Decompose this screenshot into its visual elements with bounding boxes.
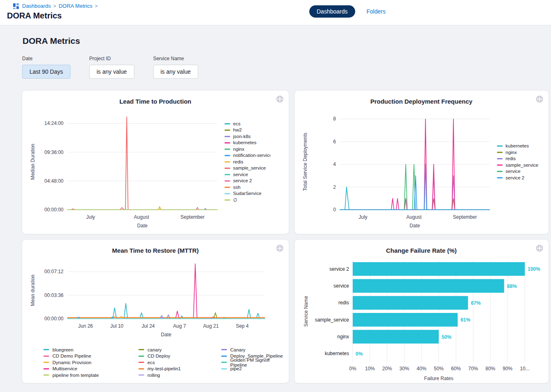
bar-redis[interactable] [353,296,468,310]
bar-category-label: sample_service [315,317,349,323]
line-chart-svg: 00:00:0000:03:3600:07:12Jun 26Jul 10Jul … [28,256,270,342]
legend-label: Multiservice [52,366,77,371]
legend-item[interactable]: ssh [224,185,240,190]
panel-grid: Lead Time to Production 00:00:0004:48:00… [22,90,538,383]
legend-item[interactable]: Golden PM Signoff Pipeline [221,359,283,366]
legend-item[interactable]: ecs [138,359,221,366]
bar-service 2[interactable] [353,262,525,276]
legend-item[interactable]: CD Demo Pipeline [43,353,138,360]
x-tick-label: Sep 4 [236,323,249,329]
series-line-hw2 [68,207,217,210]
legend-item[interactable]: kubernetes [497,143,529,148]
legend-item[interactable]: nginx [497,150,517,155]
deployment-frequency-chart: 02468JulyAugustSeptemberDateTotal Servic… [300,107,543,231]
x-tick-label: September [180,214,204,220]
legend-swatch [224,149,230,150]
line-chart-svg: 00:00:0004:48:0009:36:0014:24:00JulyAugu… [28,107,270,229]
legend-item[interactable]: hw2 [224,127,242,132]
breadcrumb: Dashboards > DORA Metrics > [13,3,551,9]
legend-item[interactable]: service 2 [224,178,252,183]
mttr-legend: bluegreenCD Demo PipelineDynamic Provisi… [28,347,283,378]
filter-date-label: Date [22,56,70,61]
tab-dashboards[interactable]: Dashboards [309,5,355,18]
legend-label: service 2 [233,178,252,183]
legend-label: bluegreen [52,347,73,352]
globe-icon-circle [536,96,542,102]
legend-label: ecs [233,121,240,126]
legend-swatch [224,161,230,163]
bar-category-label: service 2 [329,266,349,272]
legend-item[interactable]: notification-service [224,153,270,158]
lead-time-chart: 00:00:0004:48:0009:36:0014:24:00JulyAugu… [28,107,283,231]
breadcrumb-dashboards-link[interactable]: Dashboards [22,3,51,9]
filter-service-name-label: Service Name [153,56,198,61]
globe-icon[interactable] [535,244,544,252]
legend-item[interactable]: service [224,172,248,177]
y-tick-label: 04:48:00 [44,178,63,184]
bar-chart-svg: 0%10%20%30%40%50%60%70%80%90%10...servic… [300,256,543,383]
header-tabs: Dashboards Folders [309,5,385,18]
legend-item[interactable]: bluegreen [43,347,138,353]
legend-item[interactable]: pipeline from template [43,372,138,378]
legend-item[interactable]: Dynamic Provision [43,359,138,366]
legend-label: notification-service [233,153,270,158]
legend-swatch [43,356,49,357]
legend-item[interactable]: service [497,169,520,174]
legend-item[interactable]: json-k8s [224,134,251,139]
legend-item[interactable]: ∅ [224,197,237,202]
y-tick-label: 00:00:00 [44,316,63,322]
series-line-bluegreen [68,304,265,319]
legend-item[interactable]: Multiservice [43,366,138,372]
legend-swatch [221,349,227,350]
legend-swatch [497,145,503,147]
bar-value-label: 61% [460,317,470,323]
legend-label: Canary [230,347,245,352]
globe-icon[interactable] [276,95,284,103]
legend-item[interactable]: redis [224,159,243,164]
filter-project-id-value-button[interactable]: is any value [89,65,134,79]
chart-title: Production Deployment Frequency [300,95,543,105]
globe-icon-circle [277,245,283,252]
tab-folders[interactable]: Folders [367,8,386,15]
legend-item[interactable]: service 2 [497,175,524,180]
legend-label: sample_service [233,165,266,170]
legend-label: SudarService [233,191,261,196]
legend-item[interactable]: canary [138,347,221,353]
x-tick-label: August [406,214,422,220]
legend-label: canary [147,347,162,352]
legend-swatch [497,171,503,172]
legend-swatch [138,368,144,369]
legend-label: kubernetes [506,143,529,148]
x-tick-label: Jul 24 [142,323,155,329]
bar-nginx[interactable] [353,330,439,343]
x-tick-label: Aug 7 [173,323,186,329]
filter-date-value-button[interactable]: Last 90 Days [22,65,70,79]
bar-sample_service[interactable] [353,313,458,326]
filter-service-name-value-button[interactable]: is any value [153,65,198,79]
legend-item[interactable]: sample_service [497,163,538,168]
legend-swatch [224,168,230,169]
legend-item[interactable]: CD Deploy [138,353,221,360]
bar-service[interactable] [353,279,504,292]
legend-item[interactable]: ecs [224,121,240,126]
legend-item[interactable]: sample_service [224,165,266,170]
globe-icon[interactable] [276,244,284,252]
legend-item[interactable]: my-test-pipelin1 [138,366,221,372]
globe-icon[interactable] [535,95,544,103]
legend-label: ecs [147,360,155,365]
legend-swatch [224,180,230,181]
breadcrumb-dora-metrics-link[interactable]: DORA Metrics [59,3,92,9]
bar-category-label: kubernetes [324,351,349,356]
legend-item[interactable]: rolling [138,372,221,378]
legend-item[interactable]: SudarService [224,191,261,196]
legend-item[interactable]: Canary [221,347,283,353]
series-line-service 2 [68,207,217,210]
legend-item[interactable]: redis [497,156,516,161]
legend-item[interactable]: kubernetes [224,140,256,145]
legend-item[interactable]: pipe2 [221,366,283,372]
x-tick-label: September [453,214,477,220]
filter-bar: Date Last 90 Days Project ID is any valu… [22,56,538,79]
legend-item[interactable]: nginx [224,147,245,152]
panel-deployment-frequency: Production Deployment Frequency 02468Jul… [294,90,549,234]
legend-swatch [138,362,144,363]
